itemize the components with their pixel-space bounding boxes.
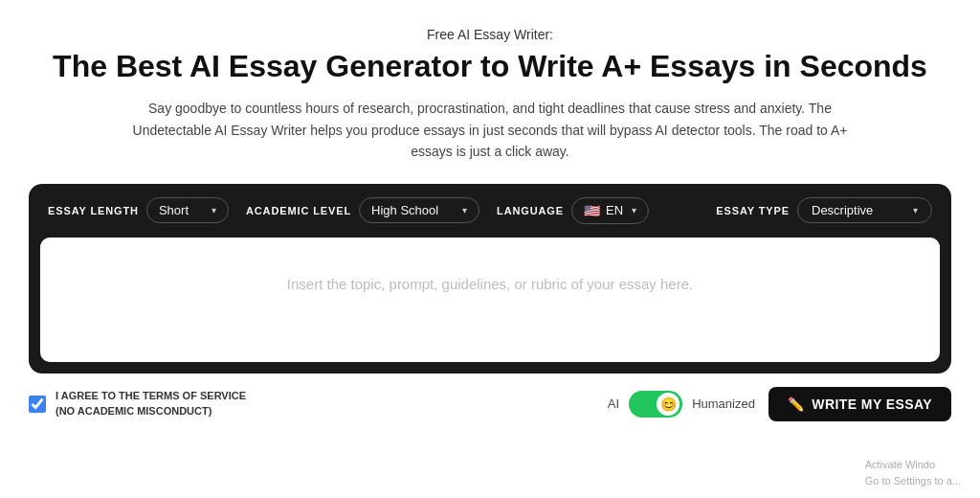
toolbar: ESSAY LENGTH Short Medium Long ▾ ACADEMI… xyxy=(29,184,951,238)
essay-length-chevron-icon: ▾ xyxy=(212,205,216,215)
language-label: LANGUAGE xyxy=(497,205,564,216)
language-select-wrapper[interactable]: 🇺🇸 EN ES FR DE ▾ xyxy=(571,197,649,224)
essay-length-select-wrapper[interactable]: Short Medium Long ▾ xyxy=(146,197,229,223)
academic-level-select[interactable]: High School Undergraduate Graduate PhD xyxy=(371,203,457,217)
activate-notice: Activate Windo Go to Settings to a... xyxy=(865,457,961,488)
academic-level-label: ACADEMIC LEVEL xyxy=(246,205,351,216)
academic-level-select-wrapper[interactable]: High School Undergraduate Graduate PhD ▾ xyxy=(359,197,479,223)
page-wrapper: Free AI Essay Writer: The Best AI Essay … xyxy=(0,0,980,498)
essay-length-group: ESSAY LENGTH Short Medium Long ▾ xyxy=(48,197,229,223)
essay-type-select-wrapper[interactable]: Descriptive Argumentative Narrative Expo… xyxy=(797,197,932,223)
write-essay-button[interactable]: ✏️ WRITE MY ESSAY xyxy=(768,387,951,421)
terms-group: I AGREE TO THE TERMS OF SERVICE (NO ACAD… xyxy=(29,389,246,419)
essay-textarea[interactable] xyxy=(40,238,940,362)
academic-level-group: ACADEMIC LEVEL High School Undergraduate… xyxy=(246,197,479,223)
toggle-track[interactable]: 😊 xyxy=(629,391,682,418)
flag-icon: 🇺🇸 xyxy=(584,203,600,218)
subtitle: Free AI Essay Writer: xyxy=(427,27,553,42)
language-select[interactable]: EN ES FR DE xyxy=(606,203,626,217)
text-area-wrapper xyxy=(40,238,940,362)
essay-type-label: ESSAY TYPE xyxy=(716,205,790,216)
right-controls: AI 😊 Humanized ✏️ WRITE MY ESSAY xyxy=(608,387,951,421)
essay-length-label: ESSAY LENGTH xyxy=(48,205,139,216)
academic-level-chevron-icon: ▾ xyxy=(462,205,467,215)
essay-type-chevron-icon: ▾ xyxy=(913,205,918,215)
toggle-thumb: 😊 xyxy=(657,393,679,416)
language-group: LANGUAGE 🇺🇸 EN ES FR DE ▾ xyxy=(497,197,649,224)
terms-text: I AGREE TO THE TERMS OF SERVICE (NO ACAD… xyxy=(56,389,246,419)
pencil-icon: ✏️ xyxy=(788,396,804,412)
terms-checkbox[interactable] xyxy=(29,396,46,413)
toggle-group: AI 😊 Humanized xyxy=(608,391,755,418)
bottom-bar: I AGREE TO THE TERMS OF SERVICE (NO ACAD… xyxy=(29,374,951,421)
essay-length-select[interactable]: Short Medium Long xyxy=(159,203,206,217)
main-title: The Best AI Essay Generator to Write A+ … xyxy=(53,48,927,84)
toggle-ai-label: AI xyxy=(608,396,619,411)
toggle-humanized-label: Humanized xyxy=(692,396,755,411)
essay-type-group: ESSAY TYPE Descriptive Argumentative Nar… xyxy=(716,197,932,223)
tool-box: ESSAY LENGTH Short Medium Long ▾ ACADEMI… xyxy=(29,184,951,374)
language-chevron-icon: ▾ xyxy=(632,205,636,215)
essay-type-select[interactable]: Descriptive Argumentative Narrative Expo… xyxy=(812,203,907,217)
description: Say goodbye to countless hours of resear… xyxy=(126,98,854,162)
